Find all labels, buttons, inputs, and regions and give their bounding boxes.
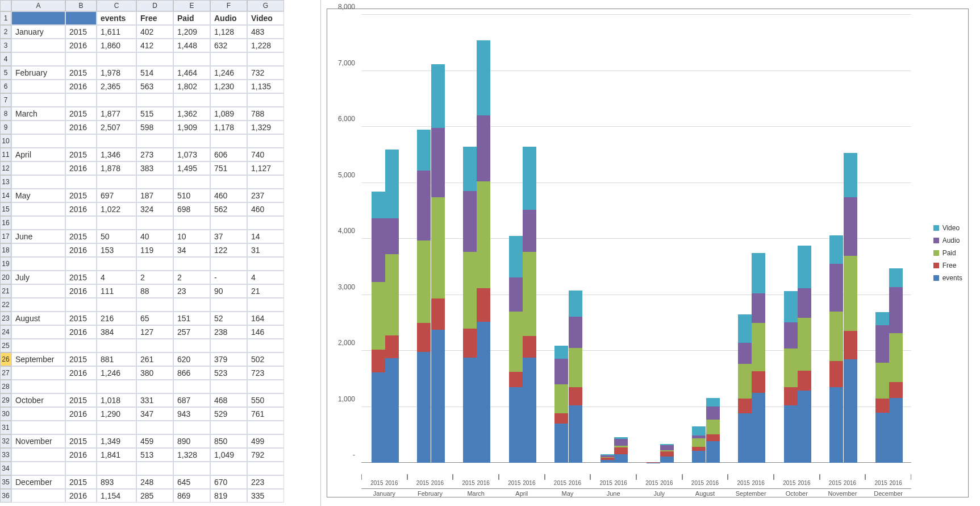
cell-A8[interactable]: March [11, 107, 65, 121]
cell-G11[interactable]: 740 [247, 148, 284, 161]
cell-G25[interactable] [247, 339, 284, 352]
bar-December-2016[interactable] [889, 268, 903, 463]
cell-B9[interactable]: 2016 [65, 121, 97, 134]
cell-D30[interactable]: 347 [136, 407, 173, 421]
cell-E31[interactable] [173, 421, 210, 434]
cell-B33[interactable]: 2016 [65, 448, 97, 462]
cell-C26[interactable]: 881 [97, 352, 136, 366]
cell-E34[interactable] [173, 462, 210, 475]
legend-item-Audio[interactable]: Audio [933, 237, 962, 244]
cell-B4[interactable] [65, 52, 97, 66]
cell-D26[interactable]: 261 [136, 352, 173, 366]
cell-B26[interactable]: 2015 [65, 352, 97, 366]
cell-F33[interactable]: 1,049 [210, 448, 247, 462]
cell-C31[interactable] [97, 421, 136, 434]
cell-D3[interactable]: 412 [136, 39, 173, 52]
cell-G10[interactable] [247, 134, 284, 148]
cell-D27[interactable]: 380 [136, 366, 173, 380]
cell-A34[interactable] [11, 462, 65, 475]
cell-G12[interactable]: 1,127 [247, 161, 284, 175]
cell-D13[interactable] [136, 175, 173, 189]
cell-C9[interactable]: 2,507 [97, 121, 136, 134]
cell-A15[interactable] [11, 202, 65, 216]
bar-December-2015[interactable] [875, 312, 889, 463]
cell-G28[interactable] [247, 380, 284, 393]
row-header-11[interactable]: 11 [0, 148, 11, 161]
cell-B10[interactable] [65, 134, 97, 148]
row-header-19[interactable]: 19 [0, 257, 11, 271]
row-header-18[interactable]: 18 [0, 243, 11, 257]
row-header-10[interactable]: 10 [0, 134, 11, 148]
row-header-34[interactable]: 34 [0, 462, 11, 475]
row-header-2[interactable]: 2 [0, 25, 11, 39]
cell-F13[interactable] [210, 175, 247, 189]
bar-April-2015[interactable] [509, 236, 523, 463]
cell-C2[interactable]: 1,611 [97, 25, 136, 39]
cell-B34[interactable] [65, 462, 97, 475]
bar-September-2016[interactable] [752, 253, 765, 463]
cell-F31[interactable] [210, 421, 247, 434]
cell-A28[interactable] [11, 380, 65, 393]
cell-B29[interactable]: 2015 [65, 393, 97, 407]
cell-F11[interactable]: 606 [210, 148, 247, 161]
row-header-6[interactable]: 6 [0, 80, 11, 93]
cell-E27[interactable]: 866 [173, 366, 210, 380]
cell-C17[interactable]: 50 [97, 230, 136, 243]
cell-D2[interactable]: 402 [136, 25, 173, 39]
cell-D5[interactable]: 514 [136, 66, 173, 80]
cell-E11[interactable]: 1,073 [173, 148, 210, 161]
cell-D19[interactable] [136, 257, 173, 271]
row-header-13[interactable]: 13 [0, 175, 11, 189]
cell-D14[interactable]: 187 [136, 189, 173, 202]
cell-F8[interactable]: 1,089 [210, 107, 247, 121]
cell-A12[interactable] [11, 161, 65, 175]
cell-D35[interactable]: 248 [136, 475, 173, 489]
row-header-32[interactable]: 32 [0, 434, 11, 448]
cell-B1[interactable] [65, 11, 97, 25]
cell-D18[interactable]: 119 [136, 243, 173, 257]
cell-D10[interactable] [136, 134, 173, 148]
cell-A10[interactable] [11, 134, 65, 148]
cell-C34[interactable] [97, 462, 136, 475]
cell-C12[interactable]: 1,878 [97, 161, 136, 175]
cell-G1[interactable]: Video [247, 11, 284, 25]
cell-E10[interactable] [173, 134, 210, 148]
bar-February-2015[interactable] [417, 130, 431, 463]
cell-D25[interactable] [136, 339, 173, 352]
cell-D23[interactable]: 65 [136, 312, 173, 325]
cell-D1[interactable]: Free [136, 11, 173, 25]
cell-E12[interactable]: 1,495 [173, 161, 210, 175]
cell-B31[interactable] [65, 421, 97, 434]
cell-D24[interactable]: 127 [136, 325, 173, 339]
cell-E5[interactable]: 1,464 [173, 66, 210, 80]
cell-E7[interactable] [173, 93, 210, 107]
cell-B17[interactable]: 2015 [65, 230, 97, 243]
cell-G13[interactable] [247, 175, 284, 189]
cell-F27[interactable]: 523 [210, 366, 247, 380]
legend-item-Video[interactable]: Video [933, 224, 962, 232]
cell-A29[interactable]: October [11, 393, 65, 407]
cell-E26[interactable]: 620 [173, 352, 210, 366]
cell-G3[interactable]: 1,228 [247, 39, 284, 52]
bar-July-2015[interactable] [647, 462, 660, 463]
cell-E23[interactable]: 151 [173, 312, 210, 325]
legend-item-events[interactable]: events [933, 274, 962, 282]
row-header-25[interactable]: 25 [0, 339, 11, 352]
row-header-9[interactable]: 9 [0, 121, 11, 134]
row-header-36[interactable]: 36 [0, 489, 11, 503]
cell-A31[interactable] [11, 421, 65, 434]
cell-A6[interactable] [11, 80, 65, 93]
cell-A13[interactable] [11, 175, 65, 189]
cell-D20[interactable]: 2 [136, 271, 173, 284]
cell-C5[interactable]: 1,978 [97, 66, 136, 80]
cell-F14[interactable]: 460 [210, 189, 247, 202]
cell-B5[interactable]: 2015 [65, 66, 97, 80]
cell-C3[interactable]: 1,860 [97, 39, 136, 52]
cell-G27[interactable]: 723 [247, 366, 284, 380]
bar-November-2016[interactable] [844, 153, 857, 463]
bar-June-2015[interactable] [600, 454, 614, 463]
row-header-29[interactable]: 29 [0, 393, 11, 407]
cell-B13[interactable] [65, 175, 97, 189]
cell-G32[interactable]: 499 [247, 434, 284, 448]
cell-E17[interactable]: 10 [173, 230, 210, 243]
